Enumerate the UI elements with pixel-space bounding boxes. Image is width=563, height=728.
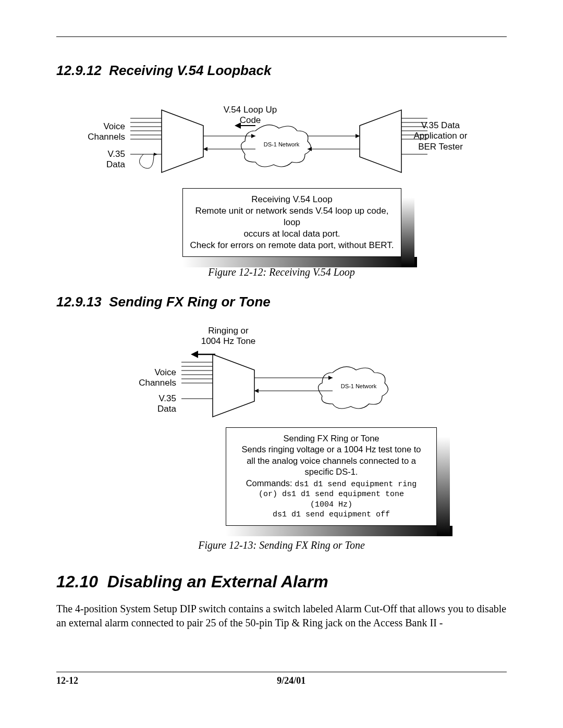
section-num: 12.9.13 — [56, 294, 102, 310]
svg-marker-19 — [203, 147, 207, 151]
heading-12-10: 12.10 Disabling an External Alarm — [56, 572, 507, 591]
svg-marker-25 — [235, 122, 241, 129]
svg-marker-37 — [254, 389, 259, 393]
diagram-svg-1: DS-1 Network — [83, 94, 480, 188]
cloud-text: DS-1 Network — [264, 141, 300, 147]
t: Sending FX Ring or Tone — [232, 433, 430, 444]
t: Commands: — [246, 478, 292, 488]
paragraph: The 4-position System Setup DIP switch c… — [56, 602, 507, 630]
cloud-text-2: DS-1 Network — [341, 383, 377, 389]
info-box-content: Receiving V.54 Loop Remote unit or netwo… — [182, 188, 401, 257]
svg-marker-39 — [191, 351, 198, 358]
page-number: 12-12 — [56, 675, 78, 686]
footer: 12-12 9/24/01 . — [56, 672, 507, 686]
footer-rule — [56, 672, 507, 672]
diagram-svg-2: DS-1 Network — [108, 326, 452, 430]
t: Check for errors on remote data port, wi… — [189, 240, 395, 251]
t: specific DS-1. — [232, 466, 430, 477]
cmd-line: Commands: ds1 d1 send equipment ring — [232, 478, 430, 490]
t: ds1 d1 send equipment off — [232, 510, 430, 520]
info-box-content: Sending FX Ring or Tone Sends ringing vo… — [226, 427, 437, 526]
figure-caption-1: Figure 12-12: Receiving V.54 Loop — [56, 266, 507, 278]
shadow-bottom — [182, 257, 417, 267]
h1-title: Disabling an External Alarm — [107, 572, 328, 591]
svg-marker-7 — [162, 110, 203, 172]
page: 12.9.12 Receiving V.54 Loopback Voice Ch… — [0, 0, 563, 728]
t: ds1 d1 send equipment ring — [295, 480, 417, 489]
section-heading-2: 12.9.13 Sending FX Ring or Tone — [56, 294, 507, 310]
t: all the analog voice channels connected … — [232, 455, 430, 466]
footer-row: 12-12 9/24/01 . — [56, 675, 507, 686]
svg-marker-21 — [356, 134, 360, 138]
info-box-1: Receiving V.54 Loop Remote unit or netwo… — [182, 188, 401, 257]
top-rule — [56, 36, 507, 37]
t: Sends ringing voltage or a 1004 Hz test … — [232, 444, 430, 455]
svg-marker-33 — [213, 354, 254, 417]
shadow-right — [437, 437, 450, 536]
t: Remote unit or network sends V.54 loop u… — [189, 205, 395, 228]
section-title: Sending FX Ring or Tone — [109, 294, 271, 310]
body: 12.9.12 Receiving V.54 Loopback Voice Ch… — [56, 63, 507, 650]
h1-num: 12.10 — [56, 572, 98, 591]
info-box-2: Sending FX Ring or Tone Sends ringing vo… — [226, 427, 437, 526]
footer-date: 9/24/01 — [277, 675, 305, 686]
svg-marker-6 — [154, 153, 157, 156]
figure-12-13: Ringing or 1004 Hz Tone Voice Channels V… — [108, 326, 452, 534]
svg-marker-8 — [360, 110, 401, 172]
t: Receiving V.54 Loop — [189, 194, 395, 205]
section-heading-1: 12.9.12 Receiving V.54 Loopback — [56, 63, 507, 79]
figure-12-12: Voice Channels V.35 Data V.54 Loop Up Co… — [83, 94, 480, 261]
figure-caption-2: Figure 12-13: Sending FX Ring or Tone — [56, 539, 507, 551]
section-title: Receiving V.54 Loopback — [109, 63, 271, 78]
shadow-right — [401, 198, 414, 267]
shadow-bottom — [226, 526, 452, 536]
section-num: 12.9.12 — [56, 63, 102, 78]
t: (or) ds1 d1 send equipment tone — [232, 489, 430, 500]
t: (1004 Hz) — [232, 500, 430, 510]
t: occurs at local data port. — [189, 228, 395, 240]
